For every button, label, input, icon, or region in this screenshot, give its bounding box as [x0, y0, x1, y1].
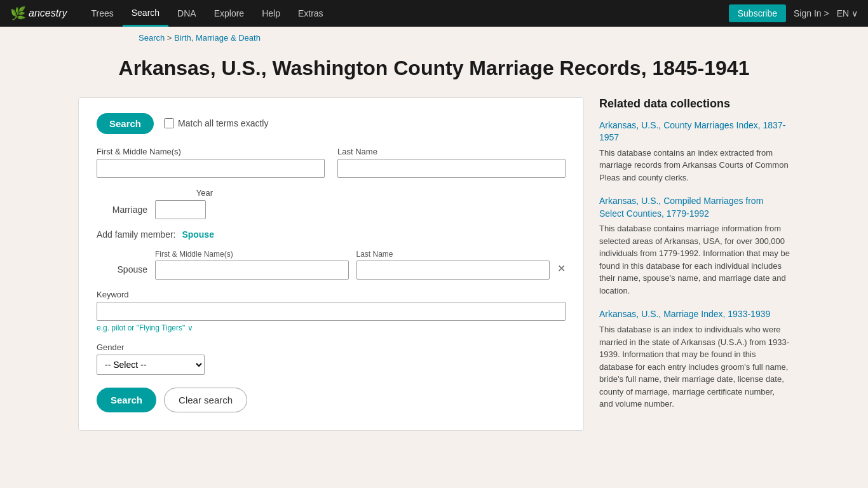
search-panel: Search Match all terms exactly First & M… [78, 97, 584, 431]
signin-link[interactable]: Sign In > [794, 8, 829, 18]
spouse-row-label: Spouse [97, 264, 147, 280]
logo-text: ancestry [29, 8, 67, 19]
nav-explore[interactable]: Explore [205, 0, 253, 27]
spouse-last-input[interactable] [356, 261, 550, 280]
clear-search-button[interactable]: Clear search [164, 388, 247, 412]
related-desc-1: This database contains marriage informat… [599, 222, 790, 297]
match-exact-label[interactable]: Match all terms exactly [164, 118, 268, 128]
related-link-2[interactable]: Arkansas, U.S., Marriage Index, 1933-193… [599, 308, 790, 321]
keyword-label: Keyword [97, 290, 566, 299]
add-family-label: Add family member: [97, 229, 175, 240]
breadcrumb-separator: > [165, 33, 174, 43]
related-link-0[interactable]: Arkansas, U.S., County Marriages Index, … [599, 119, 790, 144]
last-name-input[interactable] [337, 159, 566, 178]
search-button-top[interactable]: Search [97, 113, 154, 134]
nav-help[interactable]: Help [253, 0, 289, 27]
spouse-fields: First & Middle Name(s) Last Name [155, 250, 550, 280]
nav-extras[interactable]: Extras [289, 0, 332, 27]
year-section-label: Year [97, 188, 313, 198]
marriage-year-label: Marriage [97, 205, 147, 215]
search-top-row: Search Match all terms exactly [97, 113, 566, 134]
breadcrumb-category[interactable]: Birth, Marriage & Death [174, 33, 261, 43]
first-middle-name-group: First & Middle Name(s) [97, 147, 325, 178]
spouse-link[interactable]: Spouse [182, 229, 214, 240]
breadcrumb-search[interactable]: Search [139, 33, 165, 43]
related-link-1[interactable]: Arkansas, U.S., Compiled Marriages from … [599, 195, 790, 220]
first-middle-label: First & Middle Name(s) [97, 147, 325, 156]
nav-right: Subscribe Sign In > EN ∨ [729, 4, 858, 22]
main-nav: 🌿 ancestry Trees Search DNA Explore Help… [0, 0, 868, 27]
name-row: First & Middle Name(s) Last Name [97, 147, 566, 178]
year-section: Year Marriage [97, 188, 566, 219]
first-middle-input[interactable] [97, 159, 325, 178]
nav-dna[interactable]: DNA [168, 0, 205, 27]
spouse-first-label: First & Middle Name(s) [155, 250, 349, 259]
sidebar-title: Related data collections [599, 97, 790, 111]
last-name-group: Last Name [337, 147, 566, 178]
language-selector[interactable]: EN ∨ [837, 8, 858, 18]
breadcrumb: Search > Birth, Marriage & Death [0, 27, 868, 49]
gender-select[interactable]: -- Select -- Male Female [97, 355, 205, 375]
add-family-section: Add family member: Spouse [97, 229, 566, 240]
subscribe-button[interactable]: Subscribe [729, 4, 786, 22]
nav-search[interactable]: Search [123, 0, 168, 27]
spouse-first-group: First & Middle Name(s) [155, 250, 349, 280]
search-button-bottom[interactable]: Search [97, 388, 156, 412]
related-desc-2: This database is an index to individuals… [599, 323, 790, 410]
keyword-hint[interactable]: e.g. pilot or "Flying Tigers" ∨ [97, 323, 566, 332]
gender-section: Gender -- Select -- Male Female [97, 342, 566, 375]
nav-trees[interactable]: Trees [82, 0, 122, 27]
nav-links: Trees Search DNA Explore Help Extras [82, 0, 728, 27]
logo[interactable]: 🌿 ancestry [10, 6, 67, 21]
keyword-section: Keyword e.g. pilot or "Flying Tigers" ∨ [97, 290, 566, 332]
content-columns: Search Match all terms exactly First & M… [78, 97, 790, 431]
related-item-2: Arkansas, U.S., Marriage Index, 1933-193… [599, 308, 790, 410]
keyword-input[interactable] [97, 302, 566, 321]
match-exact-text: Match all terms exactly [178, 118, 268, 128]
last-name-label: Last Name [337, 147, 566, 156]
year-row: Marriage [97, 200, 566, 219]
marriage-year-input[interactable] [155, 200, 206, 219]
related-item-0: Arkansas, U.S., County Marriages Index, … [599, 119, 790, 184]
gender-label: Gender [97, 342, 566, 352]
bottom-buttons: Search Clear search [97, 388, 566, 412]
sidebar: Related data collections Arkansas, U.S.,… [599, 97, 790, 422]
page-title: Arkansas, U.S., Washington County Marria… [78, 55, 790, 82]
main-content: Arkansas, U.S., Washington County Marria… [65, 55, 803, 431]
match-exact-checkbox[interactable] [164, 118, 174, 128]
related-item-1: Arkansas, U.S., Compiled Marriages from … [599, 195, 790, 297]
remove-spouse-button[interactable]: ✕ [557, 262, 566, 280]
spouse-row: Spouse First & Middle Name(s) Last Name … [97, 250, 566, 280]
related-desc-0: This database contains an index extracte… [599, 147, 790, 184]
logo-leaf-icon: 🌿 [10, 6, 26, 21]
spouse-last-group: Last Name [356, 250, 550, 280]
spouse-first-input[interactable] [155, 261, 349, 280]
spouse-last-label: Last Name [356, 250, 550, 259]
